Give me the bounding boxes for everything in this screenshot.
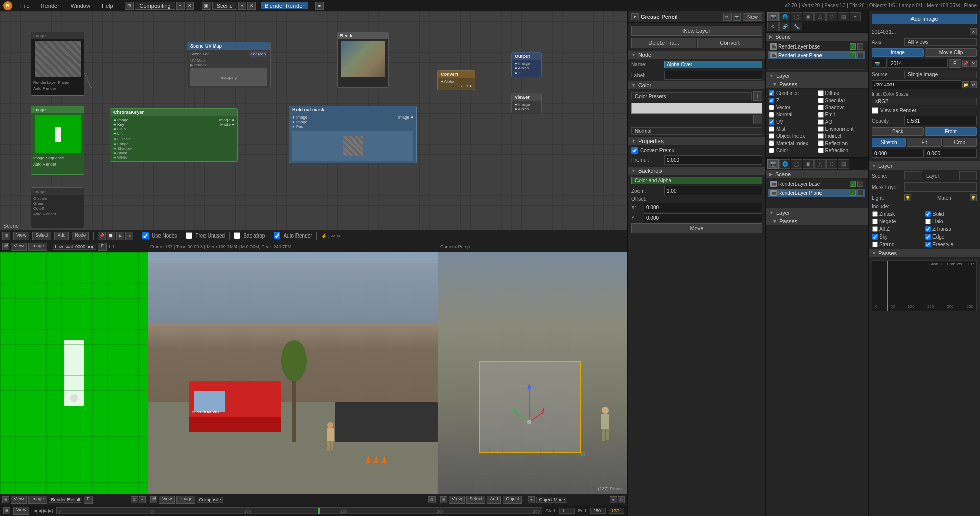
sky-cb[interactable] — [872, 234, 878, 240]
halo-cb[interactable] — [925, 219, 931, 224]
layer-cam-grid[interactable] — [959, 171, 977, 180]
tab-world[interactable]: ◯ — [791, 12, 802, 21]
move-btn[interactable]: Move — [631, 223, 762, 233]
axis-select[interactable]: All Views — [904, 38, 977, 46]
current-frame[interactable]: 137 — [609, 508, 624, 514]
passes2-cam-header[interactable]: ▼ Passes — [869, 249, 980, 258]
x-icon[interactable]: ✕ — [970, 60, 977, 67]
delete-frame-btn[interactable]: Delete Fra... — [631, 38, 696, 48]
preview-node-tl[interactable]: Image RenderLayer Plane Auto Render — [31, 32, 84, 96]
tab-physics[interactable]: ⚙ — [767, 22, 779, 31]
properties-section-header[interactable]: ▼ Properties — [628, 137, 765, 146]
node-name-input[interactable]: Alpha Over — [664, 61, 762, 68]
zmask-cb[interactable] — [872, 211, 878, 217]
composite-node[interactable]: Output ● Image ● Alpha ● Z — [511, 52, 542, 77]
file-menu[interactable]: File — [17, 3, 33, 9]
mode-select[interactable]: Object Mode — [536, 497, 567, 503]
pass-z-cb[interactable] — [769, 98, 774, 103]
scene-section-header[interactable]: ▶ Scene — [766, 33, 868, 41]
solid-cb[interactable] — [925, 211, 931, 217]
close-2014-btn[interactable]: ✕ — [970, 28, 977, 35]
converter-node[interactable]: Convert ● Alpha RGB ● — [437, 70, 475, 90]
rl-visible-plane[interactable]: ✓ — [850, 52, 856, 58]
rl2-plane[interactable]: 🎬 RenderLayer Plane ✓ — [768, 189, 865, 197]
movie-clip-tab[interactable]: Movie Clip — [925, 48, 977, 57]
layer-cam-header[interactable]: ▼ Layer — [869, 161, 980, 170]
view-btn-street[interactable]: View — [159, 496, 175, 504]
freestyle-cb[interactable] — [925, 242, 931, 247]
layer-section-header[interactable]: ▼ Layer — [766, 72, 868, 80]
preview-node-bl[interactable]: Image Image Sequence Auto Render — [31, 106, 84, 175]
timeline-ruler[interactable]: 0 50 100 150 200 250 — [56, 507, 542, 514]
layer2-header[interactable]: ▼ Layer — [766, 208, 868, 217]
frame-f-btn[interactable]: F — [949, 59, 961, 68]
rl2-lock-plane[interactable] — [857, 190, 863, 196]
auto-render-checkbox[interactable] — [274, 232, 280, 239]
x-input[interactable]: 0.000 — [644, 203, 762, 212]
pass-shadow-cb[interactable] — [818, 105, 824, 110]
pass-ao-cb[interactable] — [818, 119, 824, 125]
y-offset-input[interactable]: 0.000 — [925, 149, 977, 158]
pass-diffuse-cb[interactable] — [818, 90, 824, 96]
zoom-in-icon[interactable]: + — [139, 496, 146, 503]
back-btn[interactable]: Back — [872, 127, 924, 136]
viewport-type-icon[interactable]: 🎬 — [2, 243, 9, 250]
image-filename-green[interactable]: hcw_wal_0000.png — [53, 244, 96, 250]
rl2-visible-plane[interactable]: ✓ — [850, 190, 856, 196]
pass-objidx-cb[interactable] — [769, 133, 774, 139]
viewer-node[interactable]: Viewer ● Image ● Alpha — [511, 93, 542, 113]
tab2-object[interactable]: ▣ — [803, 159, 814, 169]
scene2-header[interactable]: ▶ Scene — [766, 170, 868, 179]
render-menu[interactable]: Render — [38, 3, 62, 9]
tab-scene[interactable]: 🌐 — [779, 12, 790, 21]
image-btn-green[interactable]: Image — [28, 243, 47, 251]
allz-cb[interactable] — [872, 226, 878, 232]
view-btn-3d[interactable]: View — [449, 496, 465, 504]
chroma-keyer-node[interactable]: ChromaKeyer ● Image ● Key ● Gain ● Lift … — [110, 108, 238, 162]
window-menu[interactable]: Window — [67, 3, 94, 9]
premul-input[interactable]: 0.000 — [664, 155, 762, 165]
color-presets-add-btn[interactable]: + — [753, 91, 762, 101]
gp-camera-icon[interactable]: 📷 — [733, 13, 741, 21]
tab-object[interactable]: ▣ — [803, 12, 814, 21]
pass-refl-cb[interactable] — [818, 140, 824, 146]
node-pin-icon[interactable]: 📌 — [98, 232, 106, 240]
zoom-fit-icon[interactable]: ⊡ — [131, 496, 138, 503]
rl2-lock-base[interactable] — [857, 181, 863, 187]
pass-specular-cb[interactable] — [818, 98, 824, 103]
render-engine[interactable]: Blender Render — [261, 2, 308, 9]
color-swatch[interactable] — [631, 103, 762, 114]
color-presets-select[interactable]: Color Presets — [631, 92, 752, 100]
light-icon[interactable]: 💡 — [904, 194, 911, 201]
start-frame[interactable]: 1 — [559, 508, 575, 514]
node-label-input[interactable] — [664, 71, 762, 80]
browse-icon[interactable]: 📁 — [962, 81, 969, 88]
pass-color-cb[interactable] — [769, 148, 774, 153]
3d-type-icon[interactable]: ⊞ — [440, 496, 447, 503]
browse-image-green[interactable]: F — [98, 243, 107, 251]
tab2-scene[interactable]: 🌐 — [779, 159, 790, 169]
rl-item-base[interactable]: 🎬 RenderLayer base ✓ — [768, 42, 865, 51]
select-btn-3d[interactable]: Select — [466, 496, 485, 504]
pass-matidx-cb[interactable] — [769, 140, 774, 146]
opacity-input[interactable]: 0.531 — [904, 116, 977, 125]
use-nodes-checkbox[interactable] — [142, 232, 149, 239]
rl2-visible-base[interactable]: ✓ — [850, 181, 856, 187]
pass-vector-cb[interactable] — [769, 105, 774, 110]
preview-node-br[interactable]: Image G scaleGreenCutoffAuto Render — [31, 187, 84, 228]
tab2-mesh[interactable]: △ — [814, 159, 826, 169]
pass-normal-cb[interactable] — [769, 112, 774, 118]
rl-lock-plane[interactable] — [857, 52, 863, 58]
node-section-header[interactable]: ▼ Node — [628, 51, 765, 59]
holdout-mask-node[interactable]: Hold out mask ● Image ● Image ● Fac Imag… — [289, 106, 417, 163]
convert-premul-cb[interactable] — [631, 147, 638, 154]
tab-particles[interactable]: ✦ — [850, 12, 861, 21]
select-menu-btn[interactable]: Select — [32, 232, 51, 240]
rl2-base[interactable]: 🎬 RenderLayer base ✓ — [768, 180, 865, 189]
fit-btn[interactable]: Fit — [907, 138, 941, 147]
object-btn-3d[interactable]: Object — [503, 496, 522, 504]
view-as-render-cb[interactable] — [872, 107, 878, 114]
node-editor-type-icon[interactable]: ⊞ — [2, 232, 10, 240]
rl-lock-base[interactable] — [857, 43, 863, 50]
view-solid-icon[interactable]: ■ — [610, 496, 617, 503]
